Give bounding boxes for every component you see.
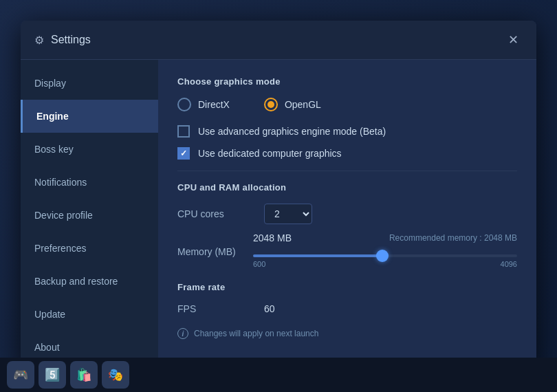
- taskbar: 🎮 5️⃣ 🛍️ 🎭: [0, 358, 557, 392]
- fps-label: FPS: [177, 303, 253, 314]
- sidebar-item-update[interactable]: Update: [21, 298, 158, 331]
- taskbar-icon-0[interactable]: 🎮: [7, 361, 34, 389]
- taskbar-icon-3[interactable]: 🎭: [102, 361, 129, 389]
- settings-dialog: ⚙ Settings ✕ Display Engine Boss key Not…: [21, 21, 536, 371]
- sidebar-item-display[interactable]: Display: [21, 67, 158, 100]
- cpu-label: CPU cores: [177, 208, 253, 219]
- cpu-cores-row: CPU cores 2 4 8: [177, 204, 517, 224]
- radio-opengl[interactable]: OpenGL: [264, 98, 321, 111]
- fps-value: 60: [264, 303, 275, 314]
- radio-opengl-inner: [267, 101, 274, 108]
- sidebar-item-backup-restore[interactable]: Backup and restore: [21, 265, 158, 298]
- sidebar-item-device-profile[interactable]: Device profile: [21, 199, 158, 232]
- close-button[interactable]: ✕: [503, 30, 523, 50]
- graphics-mode-group: DirectX OpenGL: [177, 98, 517, 111]
- framerate-section-title: Frame rate: [177, 282, 517, 292]
- sidebar-item-boss-key[interactable]: Boss key: [21, 133, 158, 166]
- dialog-title: Settings: [51, 34, 91, 46]
- cpu-cores-select[interactable]: 2 4 8: [264, 204, 312, 224]
- memory-recommended: Recommended memory : 2048 MB: [389, 233, 517, 243]
- dedicated-graphics-label: Use dedicated computer graphics: [198, 148, 342, 159]
- info-message: Changes will apply on next launch: [194, 329, 318, 338]
- taskbar-icon-2[interactable]: 🛍️: [70, 361, 98, 389]
- advanced-graphics-label: Use advanced graphics engine mode (Beta): [198, 126, 386, 137]
- advanced-graphics-row[interactable]: Use advanced graphics engine mode (Beta): [177, 125, 517, 138]
- graphics-section-title: Choose graphics mode: [177, 76, 517, 87]
- fps-row: FPS 60: [177, 303, 517, 314]
- radio-directx[interactable]: DirectX: [177, 98, 230, 111]
- radio-directx-circle: [177, 98, 191, 111]
- sidebar-item-engine[interactable]: Engine: [21, 100, 158, 133]
- dedicated-graphics-row[interactable]: ✓ Use dedicated computer graphics: [177, 147, 517, 160]
- allocation-section-title: CPU and RAM allocation: [177, 182, 517, 193]
- memory-right: 2048 MB Recommended memory : 2048 MB 600…: [253, 232, 517, 271]
- slider-thumb[interactable]: [376, 250, 389, 262]
- content-area: Choose graphics mode DirectX OpenGL Use …: [158, 60, 536, 371]
- info-row: i Changes will apply on next launch: [177, 328, 517, 339]
- sidebar: Display Engine Boss key Notifications De…: [21, 60, 158, 371]
- gear-icon: ⚙: [34, 34, 44, 47]
- slider-track: [253, 254, 517, 257]
- radio-directx-label: DirectX: [198, 99, 230, 110]
- radio-opengl-circle: [264, 98, 278, 111]
- title-bar-left: ⚙ Settings: [34, 34, 91, 47]
- dedicated-graphics-checkbox[interactable]: ✓: [177, 147, 190, 160]
- checkmark-icon: ✓: [180, 149, 187, 158]
- memory-label: Memory (MB): [177, 246, 253, 257]
- taskbar-icon-1[interactable]: 5️⃣: [39, 361, 66, 389]
- section-divider: [177, 171, 517, 171]
- radio-opengl-label: OpenGL: [285, 99, 321, 110]
- slider-min-label: 600: [253, 260, 265, 268]
- slider-fill: [253, 254, 382, 257]
- memory-top-row: 2048 MB Recommended memory : 2048 MB: [253, 232, 517, 243]
- memory-value: 2048 MB: [253, 232, 308, 243]
- dialog-body: Display Engine Boss key Notifications De…: [21, 60, 536, 371]
- advanced-graphics-checkbox[interactable]: [177, 125, 190, 138]
- memory-slider-container: 600 4096: [253, 254, 517, 268]
- slider-max-label: 4096: [501, 260, 517, 268]
- sidebar-item-notifications[interactable]: Notifications: [21, 166, 158, 199]
- title-bar: ⚙ Settings ✕: [21, 21, 536, 60]
- sidebar-item-preferences[interactable]: Preferences: [21, 232, 158, 265]
- info-icon: i: [177, 328, 188, 339]
- memory-row: Memory (MB) 2048 MB Recommended memory :…: [177, 232, 517, 271]
